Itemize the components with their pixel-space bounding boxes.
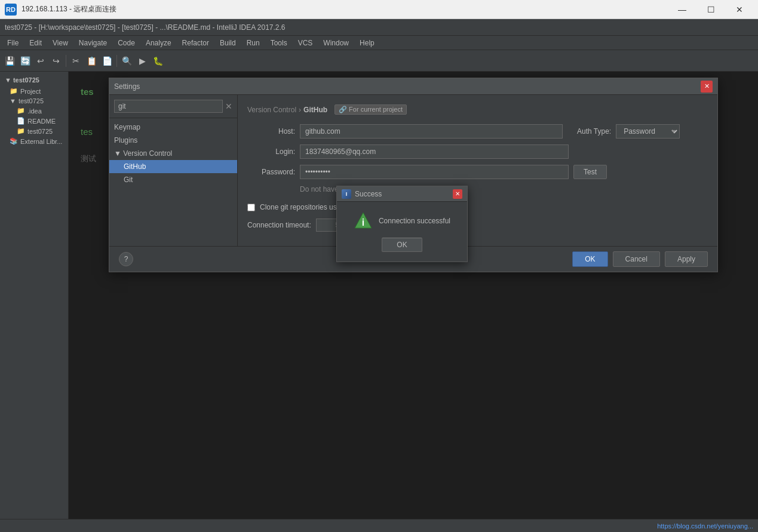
tree-item-idea[interactable]: 📁 .idea <box>0 106 68 116</box>
settings-dialog: Settings ✕ ✕ Ke <box>109 78 718 272</box>
menu-build[interactable]: Build <box>215 38 241 48</box>
host-auth-row: Host: Auth Type: Password Token <box>247 124 708 139</box>
menu-vcs[interactable]: VCS <box>293 38 318 48</box>
auth-type-select[interactable]: Password Token <box>616 124 680 139</box>
login-label: Login: <box>247 147 295 156</box>
main-content: ▼ test0725 📁 Project ▼ test0725 📁 .idea … <box>0 72 758 532</box>
menu-tools[interactable]: Tools <box>266 38 292 48</box>
clone-ssh-row: Clone git repositories using ssh <box>247 203 708 211</box>
toolbar-sep-2 <box>116 55 117 67</box>
settings-tree-plugins[interactable]: Plugins <box>109 134 237 147</box>
rdp-icon: RD <box>5 4 17 16</box>
menu-navigate[interactable]: Navigate <box>74 38 112 48</box>
idea-title: test0725 - [H:\workspace\test0725] - [te… <box>5 23 753 32</box>
menu-analyze[interactable]: Analyze <box>141 38 176 48</box>
breadcrumb-parent: Version Control <box>247 106 296 114</box>
menu-refactor[interactable]: Refactor <box>177 38 214 48</box>
timeout-label: Connection timeout: <box>247 221 311 229</box>
menu-edit[interactable]: Edit <box>24 38 47 48</box>
settings-right-panel: Version Control › GitHub 🔗 For current p… <box>238 95 717 246</box>
settings-dialog-titlebar: Settings ✕ <box>109 78 717 95</box>
menubar: File Edit View Navigate Code Analyze Ref… <box>0 36 758 50</box>
toolbar-sync-btn[interactable]: 🔄 <box>18 54 32 68</box>
breadcrumb-separator: › <box>299 106 301 114</box>
settings-help-button[interactable]: ? <box>119 252 133 266</box>
settings-tree-keymap[interactable]: Keymap <box>109 121 237 134</box>
menu-view[interactable]: View <box>48 38 73 48</box>
settings-footer-buttons: OK Cancel Apply <box>572 251 708 267</box>
statusbar: https://blog.csdn.net/yeniuyang... <box>0 519 758 532</box>
tree-item-test0725[interactable]: ▼ test0725 <box>0 96 68 106</box>
rdp-titlebar: RD 192.168.1.113 - 远程桌面连接 — ☐ ✕ <box>0 0 758 19</box>
idea-window: test0725 - [H:\workspace\test0725] - [te… <box>0 19 758 532</box>
settings-search-row: ✕ <box>109 95 237 118</box>
success-message-text: Connection successful <box>379 217 450 225</box>
project-tree: ▼ test0725 📁 Project ▼ test0725 📁 .idea … <box>0 72 69 532</box>
toolbar-cut-btn[interactable]: ✂ <box>69 54 83 68</box>
settings-search-clear-button[interactable]: ✕ <box>225 102 232 111</box>
settings-breadcrumb: Version Control › GitHub 🔗 For current p… <box>247 104 708 115</box>
settings-left-panel: ✕ Keymap Plugins ▼ Version Cont <box>109 95 238 246</box>
breadcrumb-current: GitHub <box>303 106 327 114</box>
success-dialog-close-button[interactable]: ✕ <box>453 189 462 199</box>
settings-dialog-body: ✕ Keymap Plugins ▼ Version Cont <box>109 95 717 246</box>
auth-type-label: Auth Type: <box>577 127 611 136</box>
menu-window[interactable]: Window <box>318 38 354 48</box>
editor-area: tes tes 测试 Settings ✕ <box>69 72 758 532</box>
rdp-close-button[interactable]: ✕ <box>726 0 753 19</box>
settings-dialog-close-button[interactable]: ✕ <box>701 81 713 93</box>
toolbar: 💾 🔄 ↩ ↪ ✂ 📋 📄 🔍 ▶ 🐛 <box>0 50 758 72</box>
settings-tree: Keymap Plugins ▼ Version Control GitHub <box>109 118 237 246</box>
settings-search-input[interactable] <box>114 100 223 113</box>
rdp-window-controls: — ☐ ✕ <box>668 0 753 19</box>
rdp-minimize-button[interactable]: — <box>668 0 696 19</box>
toolbar-search-btn[interactable]: 🔍 <box>119 54 134 68</box>
tree-item-test0725-sub[interactable]: 📁 test0725 <box>0 126 68 136</box>
toolbar-run-btn[interactable]: ▶ <box>135 54 149 68</box>
toolbar-sep-1 <box>66 55 66 67</box>
host-label: Host: <box>247 127 295 136</box>
settings-dialog-overlay: Settings ✕ ✕ Ke <box>69 72 758 532</box>
tree-item-readme[interactable]: 📄 README <box>0 116 68 126</box>
settings-ok-button[interactable]: OK <box>572 251 607 267</box>
settings-tree-version-control[interactable]: ▼ Version Control <box>109 147 237 160</box>
rdp-maximize-button[interactable]: ☐ <box>697 0 725 19</box>
success-dialog: I Success ✕ i <box>336 186 468 246</box>
menu-run[interactable]: Run <box>242 38 265 48</box>
success-message-row: i Connection successful <box>354 211 450 230</box>
settings-dialog-title: Settings <box>114 82 701 91</box>
login-input[interactable] <box>300 144 569 159</box>
password-input[interactable] <box>300 165 569 179</box>
success-dialog-body: i Connection successful OK <box>337 202 467 246</box>
tree-item-external-lib[interactable]: 📚 External Libr... <box>0 136 68 146</box>
success-dialog-titlebar: I Success ✕ <box>337 186 467 202</box>
settings-apply-button[interactable]: Apply <box>665 251 708 267</box>
statusbar-url: https://blog.csdn.net/yeniuyang... <box>657 522 753 530</box>
test-button[interactable]: Test <box>573 165 607 179</box>
idea-titlebar: test0725 - [H:\workspace\test0725] - [te… <box>0 19 758 36</box>
project-tree-header: ▼ test0725 <box>0 74 68 86</box>
menu-help[interactable]: Help <box>355 38 379 48</box>
menu-file[interactable]: File <box>2 38 23 48</box>
toolbar-copy-btn[interactable]: 📋 <box>84 54 99 68</box>
timeout-row: Connection timeout: ▲ ▼ ms <box>247 219 708 232</box>
host-input[interactable] <box>300 124 563 139</box>
auth-type-select-wrapper: Password Token <box>616 124 680 139</box>
toolbar-debug-btn[interactable]: 🐛 <box>151 54 165 68</box>
toolbar-save-btn[interactable]: 💾 <box>2 54 17 68</box>
svg-text:i: i <box>362 217 364 227</box>
clone-ssh-checkbox[interactable] <box>247 204 255 211</box>
password-label: Password: <box>247 168 295 176</box>
toolbar-paste-btn[interactable]: 📄 <box>100 54 114 68</box>
login-row: Login: <box>247 144 708 159</box>
tree-item-project[interactable]: 📁 Project <box>0 86 68 96</box>
toolbar-undo-btn[interactable]: ↩ <box>33 54 48 68</box>
settings-tree-github[interactable]: GitHub <box>109 160 237 173</box>
settings-cancel-button[interactable]: Cancel <box>613 251 660 267</box>
toolbar-redo-btn[interactable]: ↪ <box>49 54 63 68</box>
settings-tree-git[interactable]: Git <box>109 173 237 186</box>
menu-code[interactable]: Code <box>113 38 140 48</box>
success-ok-button[interactable]: OK <box>382 238 422 246</box>
success-idea-icon: I <box>342 189 351 199</box>
success-checkmark-icon: i <box>354 211 373 230</box>
